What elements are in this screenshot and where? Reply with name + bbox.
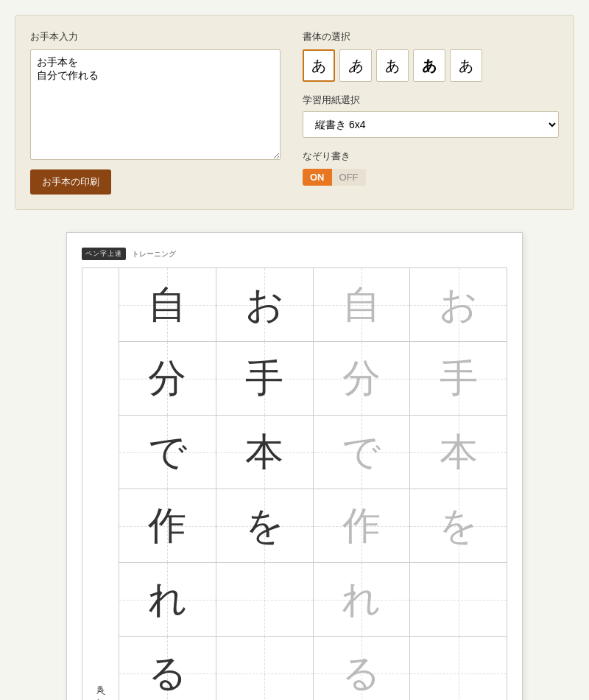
cell-1-2: 分 <box>119 342 216 416</box>
cell-1-5: れ <box>119 563 216 637</box>
paper-select[interactable]: 縦書き 6x4 横書き 6x4 縦書き 4x4 <box>303 111 559 138</box>
char: 分 <box>148 353 186 405</box>
char: 手 <box>440 353 478 405</box>
char: 自 <box>148 279 186 331</box>
cell-3-4: 作 <box>314 489 410 563</box>
char: 作 <box>342 500 381 552</box>
char: れ <box>148 574 187 626</box>
trace-label: なぞり書き <box>303 150 559 163</box>
cell-4-5 <box>410 563 507 637</box>
cell-4-1: お <box>410 268 507 342</box>
grid-col-2: お 手 本 を <box>216 268 314 700</box>
char: 分 <box>342 353 381 405</box>
cell-2-6 <box>216 637 313 700</box>
char: 自 <box>342 279 381 331</box>
cell-4-2: 手 <box>410 342 507 416</box>
cell-3-5: れ <box>314 563 410 637</box>
char: を <box>439 500 478 552</box>
cell-4-4: を <box>410 489 507 563</box>
toggle-off[interactable]: OFF <box>332 169 366 186</box>
grid-col-3: 自 分 で 作 れ る <box>314 268 411 700</box>
name-value: ペン字上達 <box>94 683 107 700</box>
char: お <box>439 279 478 331</box>
cell-4-6 <box>410 637 507 700</box>
cell-1-3: で <box>119 416 216 489</box>
cell-2-1: お <box>216 268 313 342</box>
char: る <box>342 648 381 699</box>
document-preview: ペン字上達 トレーニング 氏名 ペン字上達 自 分 で 作 れ る お 手 <box>66 232 523 700</box>
char: 本 <box>440 427 478 478</box>
input-label: お手本入力 <box>30 30 281 43</box>
print-button[interactable]: お手本の印刷 <box>30 169 111 195</box>
trace-toggle: ON OFF <box>303 169 559 186</box>
name-column: 氏名 ペン字上達 <box>82 268 119 700</box>
cell-3-2: 分 <box>314 342 410 416</box>
font-option-2[interactable]: あ <box>339 49 372 82</box>
doc-logo: ペン字上達 <box>82 248 126 260</box>
char: る <box>148 648 187 699</box>
paper-selection-label: 学習用紙選択 <box>303 94 559 107</box>
char: で <box>342 427 381 478</box>
char: れ <box>342 574 381 626</box>
cell-1-1: 自 <box>119 268 216 342</box>
cell-1-6: る <box>119 637 216 700</box>
grid-columns: 自 分 で 作 れ る お 手 本 を 自 分 で 作 <box>119 268 507 700</box>
grid-col-1: 自 分 で 作 れ る <box>119 268 216 700</box>
right-section: 書体の選択 あ あ あ あ あ 学習用紙選択 縦書き 6x4 横書き 6x4 縦… <box>303 30 559 195</box>
char: 本 <box>245 427 283 478</box>
control-panel: お手本入力 お手本を 自分で作れる お手本の印刷 書体の選択 あ あ あ あ あ… <box>15 15 574 210</box>
doc-header: ペン字上達 トレーニング <box>82 248 507 260</box>
writing-grid: 氏名 ペン字上達 自 分 で 作 れ る お 手 本 を <box>82 267 507 700</box>
font-option-1[interactable]: あ <box>303 49 335 82</box>
handwriting-input[interactable]: お手本を 自分で作れる <box>30 49 281 160</box>
cell-3-3: で <box>314 416 410 489</box>
font-options: あ あ あ あ あ <box>303 49 559 82</box>
cell-2-2: 手 <box>216 342 313 416</box>
font-option-4[interactable]: あ <box>413 49 445 82</box>
left-section: お手本入力 お手本を 自分で作れる お手本の印刷 <box>30 30 281 195</box>
font-option-3[interactable]: あ <box>376 49 409 82</box>
grid-col-4: お 手 本 を <box>410 268 507 700</box>
cell-3-1: 自 <box>314 268 410 342</box>
char: 手 <box>245 353 283 405</box>
toggle-on[interactable]: ON <box>303 169 332 186</box>
cell-4-3: 本 <box>410 416 507 489</box>
cell-2-5 <box>216 563 313 637</box>
cell-1-4: 作 <box>119 489 216 563</box>
char: で <box>148 427 187 478</box>
cell-2-4: を <box>216 489 313 563</box>
font-selection-label: 書体の選択 <box>303 30 559 43</box>
doc-subtitle: トレーニング <box>132 249 176 259</box>
cell-3-6: る <box>314 637 410 700</box>
font-option-5[interactable]: あ <box>450 49 482 82</box>
paper-dropdown-wrapper: 縦書き 6x4 横書き 6x4 縦書き 4x4 <box>303 111 559 138</box>
char: 作 <box>148 500 186 552</box>
logo-text: ペン字上達 <box>85 250 122 257</box>
char: お <box>245 279 284 331</box>
char: を <box>245 500 284 552</box>
cell-2-3: 本 <box>216 416 313 489</box>
